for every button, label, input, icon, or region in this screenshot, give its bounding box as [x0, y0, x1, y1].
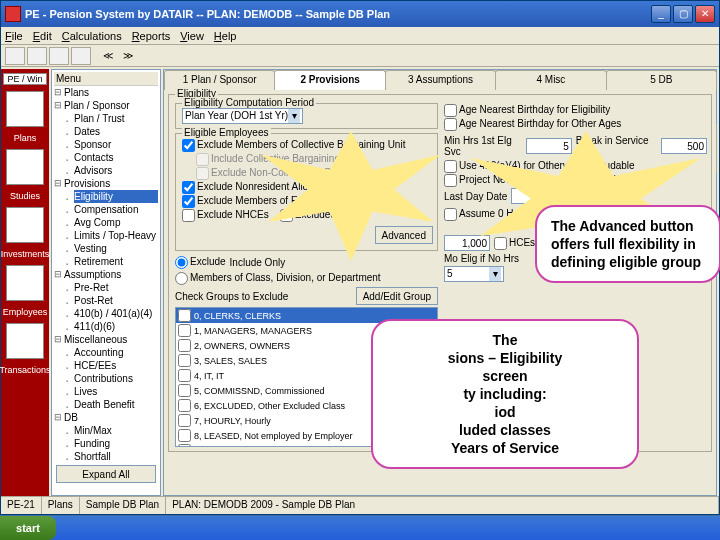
window-title: PE - Pension System by DATAIR -- PLAN: D… — [25, 8, 651, 20]
tree-item[interactable]: Death Benefit — [74, 398, 158, 411]
status-detail: PLAN: DEMODB 2009 - Sample DB Plan — [166, 497, 719, 514]
taskbar: start — [0, 516, 720, 540]
close-button[interactable]: ✕ — [695, 5, 715, 23]
ecp-combo[interactable]: Plan Year (DOH 1st Yr) — [182, 108, 303, 124]
minimize-button[interactable]: _ — [651, 5, 671, 23]
statusbar: PE-21 Plans Sample DB Plan PLAN: DEMODB … — [1, 496, 719, 514]
tree-item[interactable]: Advisors — [74, 164, 158, 177]
tool-btn[interactable] — [49, 47, 69, 65]
nav-tree[interactable]: Plans Plan / Sponsor Plan / Trust Dates … — [54, 86, 158, 463]
tree-item[interactable]: Vesting — [74, 242, 158, 255]
tree-provisions[interactable]: Provisions — [64, 177, 158, 190]
groups-caption: Check Groups to Exclude — [175, 291, 288, 302]
tree-item[interactable]: 410(b) / 401(a)(4) — [74, 307, 158, 320]
tree-item[interactable]: Accounting — [74, 346, 158, 359]
tree-item[interactable]: Shortfall — [74, 450, 158, 463]
min-hrs-input[interactable] — [526, 138, 572, 154]
tab-misc[interactable]: 4 Misc — [495, 70, 606, 90]
expand-all-button[interactable]: Expand All — [56, 465, 156, 483]
tree-item[interactable]: Funding — [74, 437, 158, 450]
maximize-button[interactable]: ▢ — [673, 5, 693, 23]
status-plan: Sample DB Plan — [80, 497, 166, 514]
menu-reports[interactable]: Reports — [132, 30, 171, 42]
tree-plans[interactable]: Plans — [64, 86, 158, 99]
tree-misc[interactable]: Miscellaneous — [64, 333, 158, 346]
tree-item[interactable]: Avg Comp — [74, 216, 158, 229]
menu-edit[interactable]: Edit — [33, 30, 52, 42]
chk-ex-nonres[interactable]: Exclude Nonresident Aliens — [182, 181, 319, 192]
start-button[interactable]: start — [0, 516, 56, 540]
tab-db[interactable]: 5 DB — [606, 70, 717, 90]
lastday-label: Last Day Date — [444, 191, 507, 202]
include-only-label: Include Only — [230, 257, 286, 268]
nav-invest-label: Investments — [1, 249, 50, 259]
nav-employees-label: Employees — [3, 307, 48, 317]
menubar: File Edit Calculations Reports View Help — [1, 27, 719, 45]
chk-ex-nhce[interactable]: Exclude NHCEs — [182, 209, 269, 220]
nav-invest-icon[interactable] — [6, 207, 44, 243]
callout-eligibility: The sions – Eligibility screen ty includ… — [371, 319, 639, 469]
app-window: PE - Pension System by DATAIR -- PLAN: D… — [0, 0, 720, 515]
chk-ex-collective[interactable]: Exclude Members of Collective Bargaining… — [182, 139, 405, 150]
chk-age-nearest-other[interactable]: Age Nearest Birthday for Other Ages — [444, 118, 621, 129]
nav-trans-icon[interactable] — [6, 323, 44, 359]
nav-plans-icon[interactable] — [6, 91, 44, 127]
tab-assumptions[interactable]: 3 Assumptions — [385, 70, 496, 90]
tool-btn[interactable] — [27, 47, 47, 65]
status-pe: PE-21 — [1, 497, 42, 514]
nav-studies-icon[interactable] — [6, 149, 44, 185]
tab-provisions[interactable]: 2 Provisions — [274, 70, 385, 90]
ee-title: Eligible Employees — [182, 127, 271, 138]
advanced-button[interactable]: Advanced — [375, 226, 433, 244]
mo-elig-label: Mo Elig if No Hrs — [444, 253, 519, 264]
sel-combo[interactable]: 5 — [444, 266, 504, 282]
tool-btn[interactable] — [5, 47, 25, 65]
menu-file[interactable]: File — [5, 30, 23, 42]
tree-item[interactable]: Compensation — [74, 203, 158, 216]
tree-item[interactable]: Contacts — [74, 151, 158, 164]
menu-calculations[interactable]: Calculations — [62, 30, 122, 42]
tree-panel: Menu Plans Plan / Sponsor Plan / Trust D… — [51, 69, 161, 496]
nav-next[interactable]: ≫ — [119, 50, 137, 61]
tree-item[interactable]: HCE/EEs — [74, 359, 158, 372]
radio-members-of[interactable]: Members of Class, Division, or Departmen… — [175, 271, 381, 285]
titlebar: PE - Pension System by DATAIR -- PLAN: D… — [1, 1, 719, 27]
tool-btn[interactable] — [71, 47, 91, 65]
status-plans: Plans — [42, 497, 80, 514]
tree-item[interactable]: Contributions — [74, 372, 158, 385]
tree-item[interactable]: Pre-Ret — [74, 281, 158, 294]
tree-item[interactable]: Retirement — [74, 255, 158, 268]
radio-exclude[interactable]: Exclude — [175, 255, 226, 269]
tree-item[interactable]: 411(d)(6) — [74, 320, 158, 333]
min-hrs-label: Min Hrs 1st Elg Svc — [444, 135, 522, 157]
menu-view[interactable]: View — [180, 30, 204, 42]
menu-help[interactable]: Help — [214, 30, 237, 42]
add-edit-group-button[interactable]: Add/Edit Group — [356, 287, 438, 305]
tab-plan-sponsor[interactable]: 1 Plan / Sponsor — [164, 70, 275, 90]
nav-studies-label: Studies — [10, 191, 40, 201]
tree-item[interactable]: Plan / Trust — [74, 112, 158, 125]
tree-eligibility[interactable]: Eligibility — [74, 190, 158, 203]
callout-advanced: The Advanced button offers full flexibil… — [535, 205, 720, 283]
nav-prev[interactable]: ≪ — [99, 50, 117, 61]
tree-assumptions[interactable]: Assumptions — [64, 268, 158, 281]
tree-header: Menu — [54, 72, 158, 86]
nav-employees-icon[interactable] — [6, 265, 44, 301]
app-icon — [5, 6, 21, 22]
tree-item[interactable]: Min/Max — [74, 424, 158, 437]
tree-db[interactable]: DB — [64, 411, 158, 424]
break-hrs-input[interactable] — [661, 138, 707, 154]
pe-win-label: PE / Win — [3, 73, 47, 85]
hrs-req-input[interactable] — [444, 235, 490, 251]
tree-item[interactable]: Dates — [74, 125, 158, 138]
nav-plans-label: Plans — [14, 133, 37, 143]
tree-item[interactable]: Limits / Top-Heavy — [74, 229, 158, 242]
top-tabs: 1 Plan / Sponsor 2 Provisions 3 Assumpti… — [164, 70, 716, 90]
tree-plan-sponsor[interactable]: Plan / Sponsor — [64, 99, 158, 112]
tree-item[interactable]: Post-Ret — [74, 294, 158, 307]
tree-item[interactable]: Sponsor — [74, 138, 158, 151]
left-nav: PE / Win Plans Studies Investments Emplo… — [1, 69, 49, 496]
toolbar: ≪ ≫ — [1, 45, 719, 67]
chk-age-nearest-elig[interactable]: Age Nearest Birthday for Eligibility — [444, 104, 610, 115]
tree-item[interactable]: Lives — [74, 385, 158, 398]
